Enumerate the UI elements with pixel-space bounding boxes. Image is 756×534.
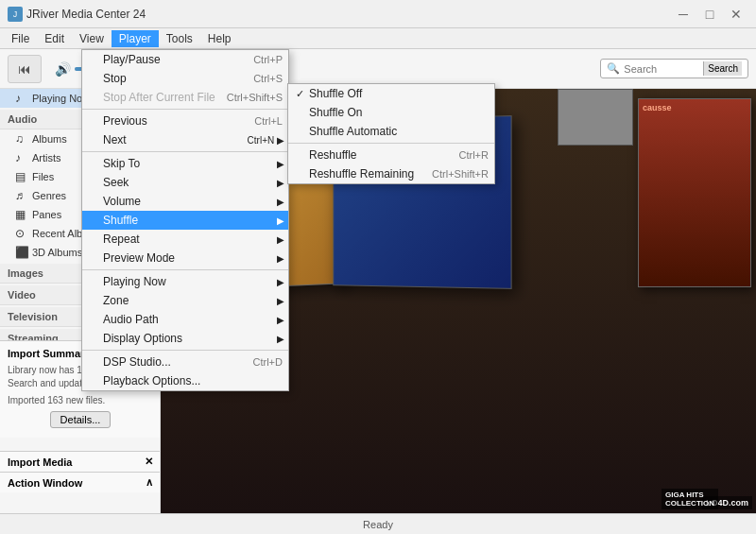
menu-playing-now[interactable]: Playing Now ▶ xyxy=(82,272,288,291)
shuffle-off-label: Shuffle Off xyxy=(309,87,362,100)
audio-path-label: Audio Path xyxy=(103,313,159,326)
menu-reshuffle[interactable]: Reshuffle Ctrl+R xyxy=(288,146,494,164)
separator-3 xyxy=(82,269,288,270)
seek-label: Seek xyxy=(103,176,129,189)
menu-dsp-studio[interactable]: DSP Studio... Ctrl+D xyxy=(82,353,288,371)
reshuffle-remaining-label: Reshuffle Remaining xyxy=(309,167,414,181)
next-arrow: Ctrl+N ▶ xyxy=(248,135,284,146)
menu-shuffle-on[interactable]: Shuffle On xyxy=(288,103,494,122)
menu-shuffle-off[interactable]: ✓ Shuffle Off xyxy=(288,84,494,103)
volume-arrow: ▶ xyxy=(277,197,284,207)
dropdown-overlay: Play/Pause Ctrl+P Stop Ctrl+S Stop After… xyxy=(0,0,756,534)
zone-arrow: ▶ xyxy=(277,296,284,306)
shuffle-arrow: ▶ xyxy=(277,215,284,226)
playback-options-label: Playback Options... xyxy=(103,374,200,388)
menu-audio-path[interactable]: Audio Path ▶ xyxy=(82,310,288,329)
preview-mode-label: Preview Mode xyxy=(103,251,175,265)
repeat-arrow: ▶ xyxy=(277,234,284,245)
playing-now-arrow: ▶ xyxy=(277,277,284,287)
menu-stop-after[interactable]: Stop After Current File Ctrl+Shift+S xyxy=(82,88,288,107)
menu-seek[interactable]: Seek ▶ xyxy=(82,173,288,192)
shuffle-separator xyxy=(288,143,494,144)
menu-shuffle[interactable]: Shuffle ▶ xyxy=(82,211,288,230)
menu-playback-options[interactable]: Playback Options... xyxy=(82,371,288,390)
shuffle-automatic-label: Shuffle Automatic xyxy=(309,125,397,138)
previous-shortcut: Ctrl+L xyxy=(254,115,283,127)
menu-repeat[interactable]: Repeat ▶ xyxy=(82,230,288,249)
shuffle-on-label: Shuffle On xyxy=(309,106,362,119)
shuffle-label: Shuffle xyxy=(103,214,138,227)
menu-play-pause[interactable]: Play/Pause Ctrl+P xyxy=(82,50,288,69)
zone-label: Zone xyxy=(103,294,129,307)
separator-2 xyxy=(82,151,288,152)
playing-now-menu-label: Playing Now xyxy=(103,275,166,288)
reshuffle-remaining-shortcut: Ctrl+Shift+R xyxy=(432,168,489,180)
menu-zone[interactable]: Zone ▶ xyxy=(82,291,288,310)
menu-volume[interactable]: Volume ▶ xyxy=(82,192,288,211)
stop-shortcut: Ctrl+S xyxy=(253,73,283,84)
menu-stop[interactable]: Stop Ctrl+S xyxy=(82,69,288,88)
menu-reshuffle-remaining[interactable]: Reshuffle Remaining Ctrl+Shift+R xyxy=(288,164,494,183)
separator-1 xyxy=(82,109,288,110)
preview-mode-arrow: ▶ xyxy=(277,253,284,264)
display-options-arrow: ▶ xyxy=(277,334,284,344)
menu-skip-to[interactable]: Skip To ▶ xyxy=(82,154,288,173)
seek-arrow: ▶ xyxy=(277,178,284,188)
skip-to-arrow: ▶ xyxy=(277,159,284,169)
dsp-studio-shortcut: Ctrl+D xyxy=(253,356,283,368)
audio-path-arrow: ▶ xyxy=(277,315,284,325)
repeat-label: Repeat xyxy=(103,233,140,246)
menu-display-options[interactable]: Display Options ▶ xyxy=(82,329,288,348)
previous-label: Previous xyxy=(103,114,147,128)
menu-preview-mode[interactable]: Preview Mode ▶ xyxy=(82,249,288,267)
play-pause-shortcut: Ctrl+P xyxy=(253,54,283,65)
player-menu: Play/Pause Ctrl+P Stop Ctrl+S Stop After… xyxy=(81,49,289,391)
shuffle-submenu: ✓ Shuffle Off Shuffle On Shuffle Automat… xyxy=(287,83,495,184)
volume-label: Volume xyxy=(103,195,141,208)
next-label: Next xyxy=(103,133,127,146)
stop-after-label: Stop After Current File xyxy=(103,91,215,104)
menu-next[interactable]: Next Ctrl+N ▶ xyxy=(82,130,288,149)
stop-label: Stop xyxy=(103,72,127,85)
reshuffle-label: Reshuffle xyxy=(309,148,356,162)
menu-shuffle-automatic[interactable]: Shuffle Automatic xyxy=(288,122,494,141)
separator-4 xyxy=(82,350,288,351)
dsp-studio-label: DSP Studio... xyxy=(103,355,171,369)
play-pause-label: Play/Pause xyxy=(103,53,161,66)
skip-to-label: Skip To xyxy=(103,157,140,170)
stop-after-shortcut: Ctrl+Shift+S xyxy=(227,92,283,103)
menu-previous[interactable]: Previous Ctrl+L xyxy=(82,112,288,130)
reshuffle-shortcut: Ctrl+R xyxy=(459,149,489,161)
display-options-label: Display Options xyxy=(103,332,182,345)
